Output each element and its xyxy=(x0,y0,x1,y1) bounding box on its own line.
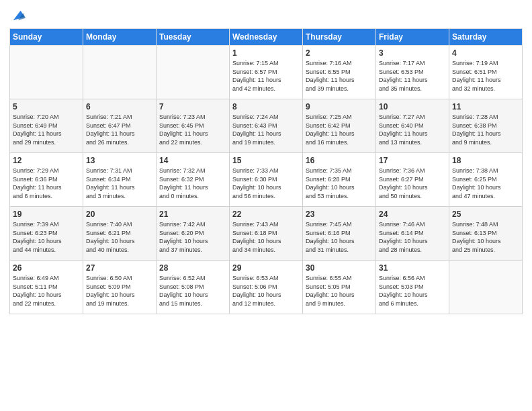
header xyxy=(9,7,523,23)
day-info: Sunrise: 6:50 AMSunset: 5:09 PMDaylight:… xyxy=(86,274,153,308)
day-info: Sunrise: 7:35 AMSunset: 6:28 PMDaylight:… xyxy=(306,167,373,200)
day-info: Sunrise: 7:15 AMSunset: 6:57 PMDaylight:… xyxy=(232,59,300,93)
day-info: Sunrise: 7:21 AMSunset: 6:47 PMDaylight:… xyxy=(86,113,153,146)
calendar-day-cell: 9Sunrise: 7:25 AMSunset: 6:42 PMDaylight… xyxy=(303,99,376,153)
weekday-header: Tuesday xyxy=(157,29,230,46)
day-number: 7 xyxy=(159,102,226,111)
calendar-day-cell: 17Sunrise: 7:36 AMSunset: 6:27 PMDayligh… xyxy=(376,153,449,207)
calendar-week-row: 26Sunrise: 6:49 AMSunset: 5:11 PMDayligh… xyxy=(10,261,523,314)
day-info: Sunrise: 7:39 AMSunset: 6:23 PMDaylight:… xyxy=(13,220,80,254)
day-number: 24 xyxy=(379,210,446,219)
day-number: 26 xyxy=(13,263,80,273)
calendar-day-cell: 1Sunrise: 7:15 AMSunset: 6:57 PMDaylight… xyxy=(230,46,303,99)
day-number: 14 xyxy=(159,156,226,165)
day-info: Sunrise: 6:56 AMSunset: 5:03 PMDaylight:… xyxy=(379,274,446,308)
day-number: 31 xyxy=(379,263,446,273)
calendar-day-cell: 29Sunrise: 6:53 AMSunset: 5:06 PMDayligh… xyxy=(230,261,303,314)
day-number: 30 xyxy=(306,263,373,273)
weekday-header: Thursday xyxy=(303,29,376,46)
day-number: 10 xyxy=(379,102,446,111)
day-info: Sunrise: 7:33 AMSunset: 6:30 PMDaylight:… xyxy=(232,167,300,200)
calendar-day-cell: 19Sunrise: 7:39 AMSunset: 6:23 PMDayligh… xyxy=(10,207,83,261)
day-number: 17 xyxy=(379,156,446,165)
day-number: 22 xyxy=(232,210,300,219)
calendar-day-cell: 6Sunrise: 7:21 AMSunset: 6:47 PMDaylight… xyxy=(83,99,157,153)
day-number: 9 xyxy=(306,102,373,111)
day-number: 2 xyxy=(306,48,373,58)
calendar-day-cell: 25Sunrise: 7:48 AMSunset: 6:13 PMDayligh… xyxy=(449,207,523,261)
day-info: Sunrise: 7:23 AMSunset: 6:45 PMDaylight:… xyxy=(159,113,226,146)
day-number: 8 xyxy=(232,102,300,111)
calendar-day-cell: 16Sunrise: 7:35 AMSunset: 6:28 PMDayligh… xyxy=(303,153,376,207)
day-number: 27 xyxy=(86,263,153,273)
calendar-day-cell: 23Sunrise: 7:45 AMSunset: 6:16 PMDayligh… xyxy=(303,207,376,261)
calendar-day-cell: 27Sunrise: 6:50 AMSunset: 5:09 PMDayligh… xyxy=(83,261,157,314)
calendar-day-cell: 5Sunrise: 7:20 AMSunset: 6:49 PMDaylight… xyxy=(10,99,83,153)
day-number: 16 xyxy=(306,156,373,165)
day-info: Sunrise: 6:55 AMSunset: 5:05 PMDaylight:… xyxy=(306,274,373,308)
calendar-table: SundayMondayTuesdayWednesdayThursdayFrid… xyxy=(9,28,523,314)
day-info: Sunrise: 7:28 AMSunset: 6:38 PMDaylight:… xyxy=(452,113,519,146)
day-info: Sunrise: 7:32 AMSunset: 6:32 PMDaylight:… xyxy=(159,167,226,200)
calendar-day-cell: 10Sunrise: 7:27 AMSunset: 6:40 PMDayligh… xyxy=(376,99,449,153)
calendar-day-cell: 20Sunrise: 7:40 AMSunset: 6:21 PMDayligh… xyxy=(83,207,157,261)
weekday-header: Saturday xyxy=(449,29,523,46)
day-info: Sunrise: 7:24 AMSunset: 6:43 PMDaylight:… xyxy=(232,113,300,146)
day-info: Sunrise: 7:36 AMSunset: 6:27 PMDaylight:… xyxy=(379,167,446,200)
calendar-week-row: 12Sunrise: 7:29 AMSunset: 6:36 PMDayligh… xyxy=(10,153,523,207)
calendar-week-row: 19Sunrise: 7:39 AMSunset: 6:23 PMDayligh… xyxy=(10,207,523,261)
calendar-day-cell: 4Sunrise: 7:19 AMSunset: 6:51 PMDaylight… xyxy=(449,46,523,99)
day-number: 3 xyxy=(379,48,446,58)
day-number: 20 xyxy=(86,210,153,219)
calendar-day-cell: 21Sunrise: 7:42 AMSunset: 6:20 PMDayligh… xyxy=(157,207,230,261)
day-number: 19 xyxy=(13,210,80,219)
calendar-day-cell xyxy=(157,46,230,99)
calendar-day-cell: 11Sunrise: 7:28 AMSunset: 6:38 PMDayligh… xyxy=(449,99,523,153)
calendar-week-row: 1Sunrise: 7:15 AMSunset: 6:57 PMDaylight… xyxy=(10,46,523,99)
calendar-day-cell: 22Sunrise: 7:43 AMSunset: 6:18 PMDayligh… xyxy=(230,207,303,261)
day-info: Sunrise: 7:38 AMSunset: 6:25 PMDaylight:… xyxy=(452,167,519,200)
weekday-header: Sunday xyxy=(10,29,83,46)
day-info: Sunrise: 7:29 AMSunset: 6:36 PMDaylight:… xyxy=(13,167,80,200)
weekday-header: Wednesday xyxy=(230,29,303,46)
logo-icon xyxy=(11,8,26,23)
day-number: 6 xyxy=(86,102,153,111)
day-info: Sunrise: 7:16 AMSunset: 6:55 PMDaylight:… xyxy=(306,59,373,93)
day-number: 18 xyxy=(452,156,519,165)
calendar-day-cell: 26Sunrise: 6:49 AMSunset: 5:11 PMDayligh… xyxy=(10,261,83,314)
calendar-day-cell xyxy=(449,261,523,314)
calendar-day-cell: 2Sunrise: 7:16 AMSunset: 6:55 PMDaylight… xyxy=(303,46,376,99)
calendar-day-cell: 3Sunrise: 7:17 AMSunset: 6:53 PMDaylight… xyxy=(376,46,449,99)
logo xyxy=(9,9,26,23)
day-info: Sunrise: 7:17 AMSunset: 6:53 PMDaylight:… xyxy=(379,59,446,93)
calendar-day-cell: 12Sunrise: 7:29 AMSunset: 6:36 PMDayligh… xyxy=(10,153,83,207)
day-number: 28 xyxy=(159,263,226,273)
day-info: Sunrise: 6:49 AMSunset: 5:11 PMDaylight:… xyxy=(13,274,80,308)
weekday-header: Friday xyxy=(376,29,449,46)
day-info: Sunrise: 7:40 AMSunset: 6:21 PMDaylight:… xyxy=(86,220,153,254)
calendar-day-cell: 18Sunrise: 7:38 AMSunset: 6:25 PMDayligh… xyxy=(449,153,523,207)
calendar-day-cell: 14Sunrise: 7:32 AMSunset: 6:32 PMDayligh… xyxy=(157,153,230,207)
day-info: Sunrise: 7:27 AMSunset: 6:40 PMDaylight:… xyxy=(379,113,446,146)
calendar-day-cell: 15Sunrise: 7:33 AMSunset: 6:30 PMDayligh… xyxy=(230,153,303,207)
day-info: Sunrise: 6:52 AMSunset: 5:08 PMDaylight:… xyxy=(159,274,226,308)
day-info: Sunrise: 7:43 AMSunset: 6:18 PMDaylight:… xyxy=(232,220,300,254)
day-number: 21 xyxy=(159,210,226,219)
day-info: Sunrise: 7:48 AMSunset: 6:13 PMDaylight:… xyxy=(452,220,519,254)
day-number: 4 xyxy=(452,48,519,58)
day-info: Sunrise: 7:42 AMSunset: 6:20 PMDaylight:… xyxy=(159,220,226,254)
day-info: Sunrise: 7:25 AMSunset: 6:42 PMDaylight:… xyxy=(306,113,373,146)
calendar-day-cell: 24Sunrise: 7:46 AMSunset: 6:14 PMDayligh… xyxy=(376,207,449,261)
calendar-day-cell: 30Sunrise: 6:55 AMSunset: 5:05 PMDayligh… xyxy=(303,261,376,314)
calendar-day-cell: 7Sunrise: 7:23 AMSunset: 6:45 PMDaylight… xyxy=(157,99,230,153)
calendar-header-row: SundayMondayTuesdayWednesdayThursdayFrid… xyxy=(10,29,523,46)
day-info: Sunrise: 7:45 AMSunset: 6:16 PMDaylight:… xyxy=(306,220,373,254)
weekday-header: Monday xyxy=(83,29,157,46)
day-info: Sunrise: 7:31 AMSunset: 6:34 PMDaylight:… xyxy=(86,167,153,200)
calendar-day-cell: 28Sunrise: 6:52 AMSunset: 5:08 PMDayligh… xyxy=(157,261,230,314)
calendar-day-cell: 31Sunrise: 6:56 AMSunset: 5:03 PMDayligh… xyxy=(376,261,449,314)
calendar-day-cell: 8Sunrise: 7:24 AMSunset: 6:43 PMDaylight… xyxy=(230,99,303,153)
day-number: 23 xyxy=(306,210,373,219)
calendar-day-cell xyxy=(10,46,83,99)
day-number: 13 xyxy=(86,156,153,165)
